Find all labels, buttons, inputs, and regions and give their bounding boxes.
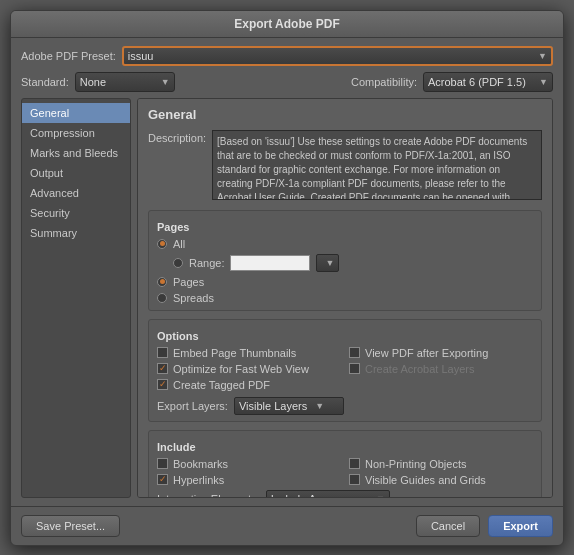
non-printing-label: Non-Printing Objects	[365, 458, 467, 470]
preset-arrow-icon: ▼	[538, 51, 547, 61]
interactive-value: Include Appearance	[271, 493, 368, 498]
optimize-web-row: Optimize for Fast Web View	[157, 363, 341, 375]
range-input[interactable]	[230, 255, 310, 271]
compatibility-select[interactable]: Acrobat 6 (PDF 1.5) ▼	[423, 72, 553, 92]
sidebar: General Compression Marks and Bleeds Out…	[21, 98, 131, 498]
radio-spreads[interactable]	[157, 293, 167, 303]
bookmarks-label: Bookmarks	[173, 458, 228, 470]
preset-select[interactable]: issuu ▼	[122, 46, 553, 66]
export-layers-arrow-icon: ▼	[315, 401, 324, 411]
radio-all-row: All	[157, 238, 533, 250]
compatibility-value: Acrobat 6 (PDF 1.5)	[428, 76, 526, 88]
save-preset-button[interactable]: Save Preset...	[21, 515, 120, 537]
visible-guides-label: Visible Guides and Grids	[365, 474, 486, 486]
sidebar-item-security[interactable]: Security	[22, 203, 130, 223]
optimize-web-label: Optimize for Fast Web View	[173, 363, 309, 375]
embed-thumbnails-row: Embed Page Thumbnails	[157, 347, 341, 359]
panel-title: General	[148, 107, 542, 122]
bookmarks-checkbox[interactable]	[157, 458, 168, 469]
export-layers-select[interactable]: Visible Layers ▼	[234, 397, 344, 415]
radio-spreads-row: Spreads	[157, 292, 533, 304]
export-pdf-dialog: Export Adobe PDF Adobe PDF Preset: issuu…	[10, 10, 564, 546]
non-printing-row: Non-Printing Objects	[349, 458, 533, 470]
cancel-button[interactable]: Cancel	[416, 515, 480, 537]
preset-value: issuu	[128, 50, 154, 62]
standard-label: Standard:	[21, 76, 69, 88]
include-section-header: Include	[157, 441, 533, 453]
radio-pages[interactable]	[157, 277, 167, 287]
create-tagged-pdf-label: Create Tagged PDF	[173, 379, 270, 391]
sidebar-item-marks-bleeds[interactable]: Marks and Bleeds	[22, 143, 130, 163]
options-section-header: Options	[157, 330, 533, 342]
export-layers-value: Visible Layers	[239, 400, 307, 412]
interactive-select[interactable]: Include Appearance ▼	[266, 490, 390, 498]
preset-label: Adobe PDF Preset:	[21, 50, 116, 62]
bookmarks-row: Bookmarks	[157, 458, 341, 470]
main-panel: General Description: [Based on 'issuu'] …	[137, 98, 553, 498]
radio-range-row: Range: ▼	[173, 254, 533, 272]
interactive-label: Interactive Elements:	[157, 493, 260, 498]
create-acrobat-layers-label: Create Acrobat Layers	[365, 363, 474, 375]
radio-range-label: Range:	[189, 257, 224, 269]
sidebar-item-general[interactable]: General	[22, 103, 130, 123]
standard-value: None	[80, 76, 106, 88]
title-bar: Export Adobe PDF	[11, 11, 563, 38]
view-pdf-row: View PDF after Exporting	[349, 347, 533, 359]
radio-pages-row: Pages	[157, 276, 533, 288]
standard-arrow-icon: ▼	[161, 77, 170, 87]
embed-thumbnails-label: Embed Page Thumbnails	[173, 347, 296, 359]
radio-pages-label: Pages	[173, 276, 204, 288]
sidebar-item-output[interactable]: Output	[22, 163, 130, 183]
dialog-footer: Save Preset... Cancel Export	[11, 506, 563, 545]
create-tagged-pdf-row: Create Tagged PDF	[157, 379, 341, 391]
range-select[interactable]: ▼	[316, 254, 339, 272]
hyperlinks-row: Hyperlinks	[157, 474, 341, 486]
embed-thumbnails-checkbox[interactable]	[157, 347, 168, 358]
description-label: Description:	[148, 132, 206, 200]
view-pdf-label: View PDF after Exporting	[365, 347, 488, 359]
view-pdf-checkbox[interactable]	[349, 347, 360, 358]
export-button[interactable]: Export	[488, 515, 553, 537]
create-acrobat-layers-row: Create Acrobat Layers	[349, 363, 533, 375]
sidebar-item-compression[interactable]: Compression	[22, 123, 130, 143]
hyperlinks-label: Hyperlinks	[173, 474, 224, 486]
dialog-title: Export Adobe PDF	[234, 17, 340, 31]
radio-spreads-label: Spreads	[173, 292, 214, 304]
non-printing-checkbox[interactable]	[349, 458, 360, 469]
create-acrobat-layers-checkbox[interactable]	[349, 363, 360, 374]
sidebar-item-summary[interactable]: Summary	[22, 223, 130, 243]
standard-select[interactable]: None ▼	[75, 72, 175, 92]
radio-all[interactable]	[157, 239, 167, 249]
description-text: [Based on 'issuu'] Use these settings to…	[212, 130, 542, 200]
sidebar-item-advanced[interactable]: Advanced	[22, 183, 130, 203]
compatibility-label: Compatibility:	[351, 76, 417, 88]
export-layers-label: Export Layers:	[157, 400, 228, 412]
radio-range[interactable]	[173, 258, 183, 268]
visible-guides-row: Visible Guides and Grids	[349, 474, 533, 486]
visible-guides-checkbox[interactable]	[349, 474, 360, 485]
range-arrow-icon: ▼	[325, 258, 334, 268]
hyperlinks-checkbox[interactable]	[157, 474, 168, 485]
create-tagged-pdf-checkbox[interactable]	[157, 379, 168, 390]
pages-section-header: Pages	[157, 221, 533, 233]
radio-all-label: All	[173, 238, 185, 250]
optimize-web-checkbox[interactable]	[157, 363, 168, 374]
interactive-arrow-icon: ▼	[376, 494, 385, 498]
compat-arrow-icon: ▼	[539, 77, 548, 87]
